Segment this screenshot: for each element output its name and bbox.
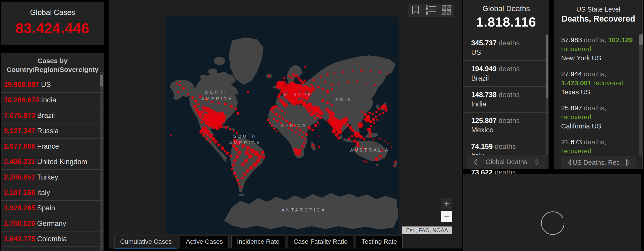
deaths-list-scrollbar-thumb[interactable] [546, 35, 548, 98]
list-item[interactable]: 1.625.514 Argentina [1, 247, 104, 251]
map-panel: NORTH AMERICA EUROPE ASIA AFRICA SOUTH A… [109, 0, 462, 251]
list-item[interactable]: 1.642.775 Colombia [1, 232, 104, 247]
list-item[interactable]: 2.496.231 United Kingdom [1, 154, 104, 170]
loading-spinner-icon [540, 211, 565, 236]
list-item[interactable]: 37.983 deaths, 102.129 recovered New Yor… [554, 32, 642, 66]
zoom-in-button[interactable]: + [441, 198, 452, 209]
map-label-antarctica: ANTARCTICA [282, 208, 326, 213]
list-item[interactable]: 1.928.265 Spain [1, 201, 104, 216]
tab-testing-rate[interactable]: Testing Rate [356, 236, 403, 248]
cases-list-scrollbar-thumb[interactable] [100, 75, 103, 86]
tab-active-cases[interactable]: Active Cases [180, 236, 228, 248]
us-state-card: US State Level Deaths, Recovered 37.983 … [554, 0, 643, 169]
map-zoom-controls: + − [441, 198, 452, 224]
bookmarks-button[interactable] [410, 4, 422, 16]
basemap-grid-icon [442, 5, 451, 15]
list-item[interactable]: 2.208.652 Turkey [1, 170, 104, 185]
cases-list-scrollbar[interactable] [100, 72, 103, 251]
basemap-button[interactable] [440, 4, 452, 16]
previous-page-button[interactable] [473, 158, 479, 166]
list-item[interactable]: 2.107.166 Italy [1, 185, 104, 201]
us-footer-bar: US Deaths, Rec… [561, 156, 636, 169]
deaths-footer-label: Global Deaths [479, 158, 534, 166]
us-list-scrollbar[interactable] [639, 34, 642, 156]
list-item[interactable]: 27.944 deaths, 1.423.001 recovered Texas… [554, 66, 642, 100]
map-label-south-america: SOUTH [233, 134, 257, 139]
list-item[interactable]: 25.897 deaths, recovered California US [554, 100, 642, 134]
list-item[interactable]: 125.807 deaths Mexico [464, 112, 549, 138]
list-item[interactable]: 3.127.347 Russia [1, 123, 104, 139]
us-footer-label: US Deaths, Rec… [572, 159, 625, 166]
list-item[interactable]: 194.949 deaths Brazil [464, 60, 549, 86]
deaths-footer-bar: Global Deaths [467, 155, 546, 169]
map-toolbar [408, 4, 454, 17]
legend-button[interactable] [425, 4, 437, 16]
map-label-asia: ASIA [335, 97, 352, 102]
cases-list-title: Cases by Country/Region/Sovereignty [1, 56, 104, 74]
us-state-title: US State Level [554, 6, 642, 13]
global-cases-value: 83.424.446 [1, 20, 104, 36]
list-item[interactable]: 345.737 deaths US [464, 35, 549, 60]
tab-cumulative-cases[interactable]: Cumulative Cases [114, 236, 177, 249]
us-state-subtitle: Deaths, Recovered [554, 14, 642, 24]
list-item[interactable]: 1.760.520 Germany [1, 216, 104, 232]
global-cases-title: Global Cases [1, 8, 104, 17]
dashboard: Global Cases 83.424.446 Cases by Country… [0, 0, 644, 251]
map-label-north-america-2: AMERICA [201, 96, 233, 101]
previous-page-button[interactable] [566, 159, 572, 166]
list-item[interactable]: 2.677.666 France [1, 139, 104, 154]
bookmark-icon [412, 6, 419, 15]
global-deaths-title: Global Deaths [464, 4, 549, 13]
global-deaths-card: Global Deaths 1.818.116 345.737 deaths U… [463, 0, 549, 169]
global-deaths-value: 1.818.116 [464, 14, 549, 29]
map-label-australia: AUSTRALIA [350, 148, 390, 153]
next-page-button[interactable] [625, 159, 630, 166]
list-item[interactable]: 148.738 deaths India [464, 86, 549, 112]
map-label-africa: AFRICA [281, 123, 307, 128]
bottom-strip [109, 249, 462, 251]
loading-card [463, 174, 641, 251]
world-map[interactable]: NORTH AMERICA EUROPE ASIA AFRICA SOUTH A… [166, 16, 399, 234]
map-label-south-america-2: AMERICA [229, 140, 261, 145]
list-item[interactable]: 10.266.674 India [1, 93, 104, 108]
tab-incidence-rate[interactable]: Incidence Rate [232, 236, 285, 248]
page-scrollbar-thumb[interactable] [641, 34, 643, 44]
map-label-north-america: NORTH [205, 90, 229, 95]
map-label-europe: EUROPE [284, 92, 312, 97]
legend-list-icon [426, 5, 436, 15]
list-item[interactable]: 19.968.087 US [1, 77, 104, 93]
cases-country-list: 19.968.087 US 10.266.674 India 7.675.973… [1, 77, 104, 251]
tab-case-fatality-ratio[interactable]: Case-Fatality Ratio [288, 236, 353, 248]
cases-by-country-card: Cases by Country/Region/Sovereignty 19.9… [1, 53, 104, 251]
next-page-button[interactable] [534, 158, 540, 166]
global-cases-card: Global Cases 83.424.446 [1, 1, 104, 45]
map-tab-bar: Cumulative Cases Active Cases Incidence … [114, 236, 402, 249]
map-attribution: Esri, FAO, NOAA [402, 227, 452, 234]
zoom-out-button[interactable]: − [441, 211, 452, 222]
list-item[interactable]: 7.675.973 Brazil [1, 108, 104, 123]
